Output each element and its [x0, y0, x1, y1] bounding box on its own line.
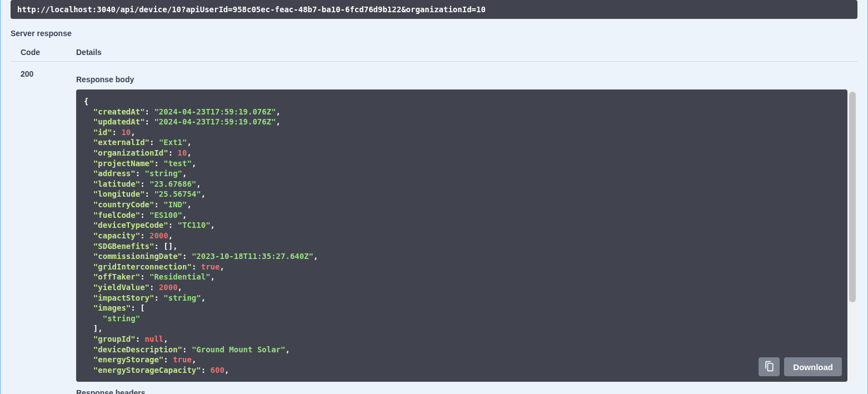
download-button[interactable]: Download [784, 357, 842, 376]
request-url-box: http://localhost:3040/api/device/10?apiU… [11, 0, 857, 19]
scrollbar-thumb[interactable] [849, 92, 856, 302]
response-actions: Download [759, 357, 842, 376]
header-details: Details [76, 48, 102, 57]
server-response-label: Server response [1, 19, 867, 43]
response-row: 200 Response body { "createdAt": "2024-0… [11, 62, 857, 394]
response-body[interactable]: { "createdAt": "2024-04-23T17:59:19.076Z… [76, 89, 847, 382]
status-code: 200 [21, 69, 76, 394]
response-body-wrap: { "createdAt": "2024-04-23T17:59:19.076Z… [76, 89, 847, 382]
scrollbar-track[interactable] [849, 89, 856, 382]
response-headers-label: Response headers [76, 388, 847, 394]
response-table-header: Code Details [11, 48, 857, 62]
header-code: Code [21, 48, 76, 57]
response-body-label: Response body [76, 75, 847, 84]
clipboard-icon [764, 361, 775, 373]
copy-button[interactable] [759, 357, 780, 376]
